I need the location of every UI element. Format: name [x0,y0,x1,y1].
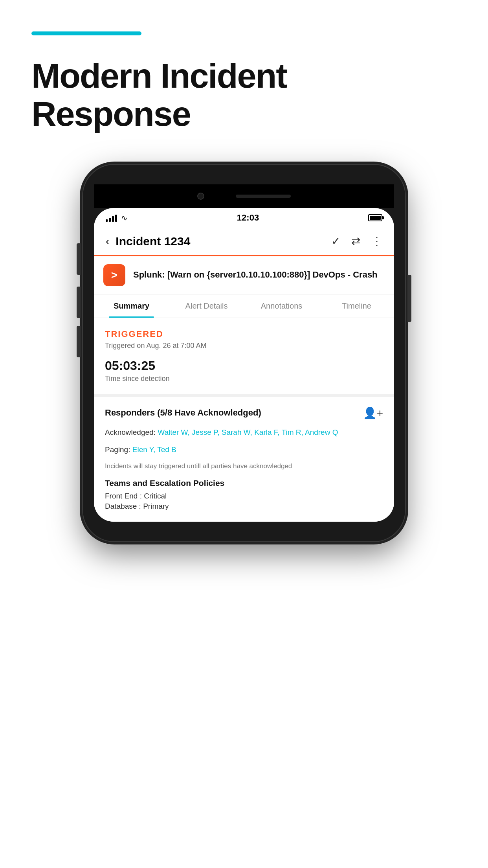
tab-timeline[interactable]: Timeline [319,294,394,318]
more-icon[interactable]: ⋮ [371,235,382,248]
responders-header: Responders (5/8 Have Acknowledged) 👤+ [105,406,383,419]
app-nav-bar: ‹ Incident 1234 ✓ ⇄ ⋮ [94,228,394,256]
phone-screen: ∿ 12:03 ‹ Incident 1234 [94,208,394,522]
signal-bars [106,214,117,222]
paging-label: Paging: [105,445,130,454]
phone-container: ∿ 12:03 ‹ Incident 1234 [31,165,457,541]
signal-bar-3 [112,216,114,222]
page-headline: Modern Incident Response [31,57,457,133]
policy-row-0: Front End : Critical [105,492,383,500]
acknowledged-label: Acknowledged: [105,428,156,436]
status-card: TRIGGERED Triggered on Aug. 26 at 7:00 A… [94,318,394,397]
triggered-time: Triggered on Aug. 26 at 7:00 AM [105,342,383,350]
paging-row: Paging: Elen Y, Ted B [105,444,383,456]
phone-notch [94,184,394,208]
signal-bar-4 [115,215,117,222]
add-responder-icon[interactable]: 👤+ [363,406,383,419]
nav-title: Incident 1234 [116,235,190,248]
battery-fill [370,216,381,220]
check-icon[interactable]: ✓ [331,235,340,248]
signal-bar-1 [106,219,108,222]
tabs-bar: Summary Alert Details Annotations Timeli… [94,294,394,318]
policy-row-1: Database : Primary [105,502,383,511]
status-time: 12:03 [237,213,259,223]
info-text: Incidents will stay triggered untill all… [105,461,383,471]
time-label: Time since detection [105,375,383,383]
responders-title: Responders (5/8 Have Acknowledged) [105,408,261,418]
acknowledged-row: Acknowledged: Walter W, Jesse P, Sarah W… [105,427,383,438]
status-right [368,214,382,221]
status-bar: ∿ 12:03 [94,208,394,228]
triggered-label: TRIGGERED [105,329,383,339]
alert-header: > Splunk: [Warn on {server10.10.10.100:8… [94,256,394,294]
camera-dot [197,193,204,200]
accent-bar [31,31,141,35]
status-left: ∿ [106,213,128,223]
alert-logo: > [103,264,125,286]
wifi-icon: ∿ [121,213,128,223]
nav-actions: ✓ ⇄ ⋮ [331,235,382,248]
phone-mockup: ∿ 12:03 ‹ Incident 1234 [83,165,405,541]
alert-logo-icon: > [111,269,117,281]
alert-title: Splunk: [Warn on {server10.10.10.100:880… [133,269,378,281]
tab-alert-details[interactable]: Alert Details [169,294,244,318]
escalation-title: Teams and Escalation Policies [105,478,383,488]
tab-annotations[interactable]: Annotations [244,294,319,318]
time-since: 05:03:25 [105,359,383,373]
page: Modern Incident Response [0,0,488,868]
paging-names: Elen Y, Ted B [132,445,176,454]
signal-bar-2 [109,218,111,222]
tab-summary[interactable]: Summary [94,294,169,318]
content-area: TRIGGERED Triggered on Aug. 26 at 7:00 A… [94,318,394,522]
acknowledged-names: Walter W, Jesse P, Sarah W, Karla F, Tim… [158,428,338,436]
nav-left: ‹ Incident 1234 [106,235,190,248]
share-icon[interactable]: ⇄ [351,235,360,248]
back-button[interactable]: ‹ [106,235,109,248]
responders-card: Responders (5/8 Have Acknowledged) 👤+ Ac… [94,397,394,522]
speaker-bar [236,195,291,198]
battery-icon [368,214,382,221]
